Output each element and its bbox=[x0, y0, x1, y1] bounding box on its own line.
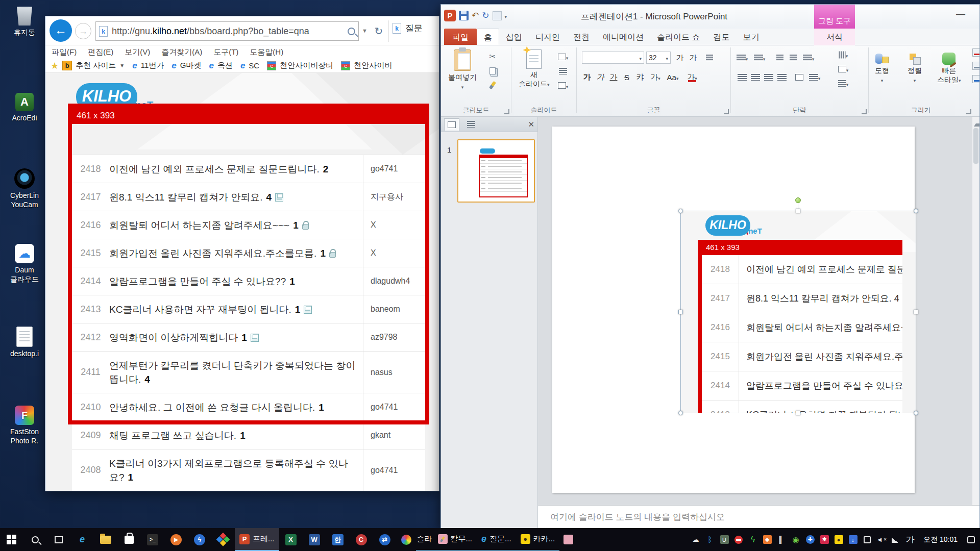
task-view-button[interactable] bbox=[47, 528, 70, 551]
taskbar-pink-app[interactable] bbox=[559, 528, 577, 551]
numbering-button[interactable] bbox=[753, 52, 766, 64]
smartart-convert-button[interactable] bbox=[837, 77, 849, 89]
post-author[interactable]: baneom bbox=[363, 295, 425, 323]
post-title[interactable]: 채팅 프로그램 쓰고 싶습니다.1 bbox=[109, 429, 363, 442]
grow-font-button[interactable]: 가 bbox=[674, 52, 686, 64]
forward-button[interactable]: → bbox=[75, 23, 91, 39]
cloud-tray-icon[interactable]: ☁ bbox=[690, 533, 702, 546]
table-row[interactable]: 2410 안녕하세요. 그 이전에 쓴 요청글 다시 올립니다.1 go4741 bbox=[72, 393, 425, 421]
taskbar-word[interactable]: W bbox=[303, 528, 326, 551]
italic-button[interactable]: 가 bbox=[594, 71, 606, 83]
chevron-down-icon[interactable]: ▼ bbox=[362, 28, 368, 34]
desktop-icon-youcam[interactable]: CyberLin YouCam bbox=[3, 168, 46, 209]
align-left-button[interactable] bbox=[736, 71, 748, 83]
copy-button[interactable] bbox=[486, 65, 499, 77]
reset-button[interactable] bbox=[556, 65, 570, 77]
post-title[interactable]: 회원가입전 올린 사진좀 지워주세요.주소를모름.1 bbox=[109, 246, 363, 260]
taskbar-red-app[interactable]: C bbox=[350, 528, 373, 551]
strikethrough-button[interactable]: S bbox=[621, 71, 633, 83]
rotation-handle[interactable] bbox=[795, 197, 801, 203]
post-title[interactable]: 회원탈퇴 어디서 하는지좀 알려주세요~~~1 bbox=[109, 218, 363, 232]
action-center-icon[interactable] bbox=[965, 533, 977, 546]
tab-design[interactable]: 디자인 bbox=[529, 29, 567, 45]
menu-file[interactable]: 파일(F) bbox=[52, 47, 77, 57]
taskbar-colors-app[interactable] bbox=[211, 528, 235, 551]
kakao-tray-icon[interactable]: ● bbox=[832, 533, 845, 546]
tab-file[interactable]: 파일 bbox=[444, 29, 477, 45]
arrange-button[interactable]: 정렬 bbox=[908, 53, 922, 84]
text-direction-button[interactable] bbox=[837, 48, 849, 61]
font-size-combo[interactable]: 32 bbox=[646, 52, 671, 64]
address-bar[interactable]: k http://gnu.kilho.net/bbs/board.php?bo_… bbox=[95, 21, 359, 41]
slide-canvas[interactable]: KILHO ,neT 461 x 393 2418이전에 남긴 예외 프로세스 … bbox=[538, 117, 979, 505]
paste-button[interactable]: 붙여넣기 bbox=[448, 49, 477, 90]
resize-handle-ne[interactable] bbox=[914, 209, 918, 213]
taskbar-explorer[interactable] bbox=[94, 528, 117, 551]
table-row[interactable]: 2418 이전에 남긴 예외 프로세스 문제로 질문드립니다.2 go4741 bbox=[72, 155, 425, 183]
dialog-launcher-icon[interactable] bbox=[724, 109, 729, 114]
new-slide-button[interactable]: 새 슬라이드 bbox=[519, 49, 550, 89]
favorite-link[interactable]: G마켓 bbox=[180, 61, 202, 70]
favorites-star-icon[interactable]: ★ bbox=[51, 60, 59, 71]
resize-handle-s[interactable] bbox=[796, 411, 800, 415]
post-title[interactable]: 이전에 남긴 예외 프로세스 문제로 질문드립니다.2 bbox=[109, 162, 363, 176]
change-case-button[interactable]: Aa bbox=[667, 71, 679, 83]
table-row[interactable]: 2413 KC클리너 사용하면 자꾸 재부팅이 됩니다.1 baneom bbox=[72, 295, 425, 323]
tab-home[interactable]: 홈 bbox=[477, 29, 499, 45]
post-author[interactable]: az9798 bbox=[363, 323, 425, 351]
table-row[interactable]: 2408 K클리너 이3가지 제외프로그램으로 등록해주실 수 있나요?1 go… bbox=[72, 449, 425, 491]
blue-cross-tray-icon[interactable]: ✚ bbox=[804, 533, 816, 546]
orange-tray-icon[interactable]: ◆ bbox=[761, 533, 773, 546]
vertical-scrollbar[interactable] bbox=[972, 117, 979, 505]
post-title[interactable]: 안녕하세요. 그 이전에 쓴 요청글 다시 올립니다.1 bbox=[109, 400, 363, 414]
volume-muted-icon[interactable]: ◄ bbox=[875, 533, 888, 546]
outline-tab[interactable] bbox=[463, 118, 479, 131]
table-row[interactable]: 2417 윈8.1 익스11 칼무리 캡쳐가 안되요.4 지구용사 bbox=[72, 183, 425, 211]
tray-u-icon[interactable]: U bbox=[718, 533, 730, 546]
clear-formatting-button[interactable] bbox=[703, 52, 716, 64]
dialog-launcher-icon[interactable] bbox=[862, 109, 867, 114]
refresh-icon[interactable]: ↻ bbox=[371, 23, 386, 39]
taskbar-teamviewer[interactable]: ⇄ bbox=[373, 528, 397, 551]
shapes-button[interactable]: 도형 bbox=[875, 53, 889, 84]
columns-button[interactable] bbox=[793, 71, 805, 83]
dialog-launcher-icon[interactable] bbox=[504, 109, 509, 114]
font-name-combo[interactable] bbox=[582, 52, 644, 64]
slides-tab[interactable] bbox=[444, 118, 459, 131]
tab-format[interactable]: 서식 bbox=[814, 29, 855, 45]
post-author[interactable]: go4741 bbox=[363, 449, 425, 491]
menu-tools[interactable]: 도구(T) bbox=[213, 47, 238, 57]
ppt-title-bar[interactable]: P ↶ ↻ 프레젠테이션1 - Microsoft PowerPoint 그림 … bbox=[441, 5, 979, 29]
favorite-link[interactable]: SC bbox=[249, 61, 259, 70]
eye-tray-icon[interactable]: ◉ bbox=[790, 533, 802, 546]
table-row[interactable]: 2409 채팅 프로그램 쓰고 싶습니다.1 gkant bbox=[72, 421, 425, 449]
post-title[interactable]: K클리너 이3가지 제외프로그램으로 등록해주실 수 있나요?1 bbox=[109, 457, 363, 484]
favorite-link[interactable]: 11번가 bbox=[141, 61, 164, 70]
notes-pane[interactable]: 여기에 슬라이드 노트의 내용을 입력하십시오 bbox=[538, 505, 979, 528]
suggested-sites[interactable]: 추천 사이트 bbox=[76, 61, 116, 70]
font-color-button[interactable]: 가 bbox=[686, 71, 698, 83]
tab-transitions[interactable]: 전환 bbox=[567, 29, 596, 45]
browser-tab[interactable]: k 질문 bbox=[393, 22, 437, 34]
search-icon[interactable] bbox=[348, 28, 355, 35]
dialog-launcher-icon[interactable] bbox=[966, 109, 971, 114]
kilho-logo[interactable]: KILHO bbox=[76, 83, 137, 111]
tab-insert[interactable]: 삽입 bbox=[499, 29, 529, 45]
post-title[interactable]: KC클리너 사용하면 자꾸 재부팅이 됩니다.1 bbox=[109, 303, 363, 316]
selected-picture[interactable]: KILHO ,neT 461 x 393 2418이전에 남긴 예외 프로세스 … bbox=[681, 211, 916, 413]
section-button[interactable] bbox=[556, 79, 570, 91]
favorite-link[interactable]: 천안사이버장터 bbox=[280, 61, 333, 70]
resize-handle-n[interactable] bbox=[796, 209, 800, 213]
menu-edit[interactable]: 편집(E) bbox=[88, 47, 113, 57]
taskbar-powerpoint-window[interactable]: P 프레... bbox=[235, 528, 279, 551]
layout-button[interactable] bbox=[556, 51, 570, 63]
desktop-icon-recycle-bin[interactable]: 휴지통 bbox=[3, 5, 46, 37]
bing-icon[interactable]: b bbox=[62, 61, 72, 70]
square-tray-icon[interactable] bbox=[861, 533, 873, 546]
quick-styles-button[interactable]: 빠른 스타일 bbox=[937, 53, 961, 85]
bold-button[interactable]: 가 bbox=[581, 71, 593, 83]
capture-size-label[interactable]: 461 x 393 bbox=[72, 108, 425, 124]
post-author[interactable]: X bbox=[363, 239, 425, 267]
ime-indicator[interactable]: 가 bbox=[904, 533, 916, 546]
url-text[interactable]: http://gnu.kilho.net/bbs/board.php?bo_ta… bbox=[112, 26, 345, 37]
